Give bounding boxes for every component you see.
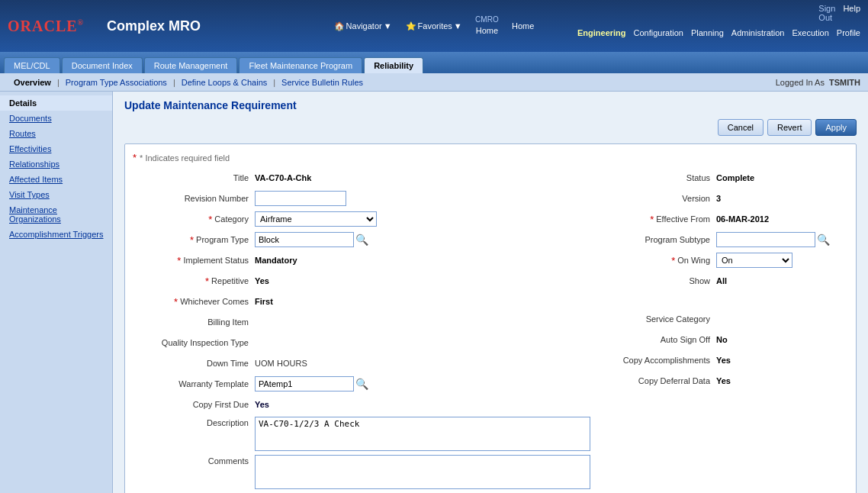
on-wing-label: * On Wing xyxy=(598,255,716,266)
warranty-template-search-button[interactable]: 🔍 xyxy=(355,378,368,390)
form-row-version: Version 3 xyxy=(598,190,844,207)
on-wing-select[interactable]: On xyxy=(716,253,792,268)
category-label: * Category xyxy=(137,214,255,225)
description-label: Description xyxy=(137,417,255,427)
subnav-overview[interactable]: Overview xyxy=(8,78,57,87)
sidebar-item-visit-types[interactable]: Visit Types xyxy=(0,187,112,202)
sidebar-item-relationships[interactable]: Relationships xyxy=(0,156,112,172)
revision-number-input[interactable] xyxy=(255,191,346,206)
tab-melcdl[interactable]: MEL/CDL xyxy=(4,57,60,73)
form-left-column: Title VA-C70-A-Chk Revision Number * Cat… xyxy=(133,169,594,493)
top-right-top-row: Sign Out Help xyxy=(818,0,860,26)
form-grid: Title VA-C70-A-Chk Revision Number * Cat… xyxy=(133,169,848,493)
version-value: 3 xyxy=(716,194,721,203)
revert-button-top[interactable]: Revert xyxy=(767,119,812,136)
top-navigation: 🏠 Navigator ▼ ⭐ Favorites ▼ CMRO Home Ho… xyxy=(330,15,539,37)
sidebar-item-routes[interactable]: Routes xyxy=(0,126,112,141)
navigator-button[interactable]: 🏠 Navigator ▼ xyxy=(330,19,397,34)
subnav-service-bulletin[interactable]: Service Bulletin Rules xyxy=(275,78,369,87)
subnav-define-loops[interactable]: Define Loops & Chains xyxy=(175,78,274,87)
required-note: * * Indicates required field xyxy=(133,152,848,163)
title-value: VA-C70-A-Chk xyxy=(255,173,311,182)
configuration-link[interactable]: Configuration xyxy=(634,28,683,37)
sidebar-item-details[interactable]: Details xyxy=(0,95,112,111)
implement-status-value: Mandatory xyxy=(255,256,297,265)
top-header: ORACLE® Complex MRO 🏠 Navigator ▼ ⭐ Favo… xyxy=(0,0,868,52)
home2-button[interactable]: Home xyxy=(507,19,538,33)
favorites-dropdown-icon: ▼ xyxy=(454,21,462,31)
show-label: Show xyxy=(598,276,716,285)
form-row-status: Status Complete xyxy=(598,169,844,186)
apply-button-top[interactable]: Apply xyxy=(815,119,857,136)
form-row-copy-first-due: Copy First Due Yes xyxy=(137,396,590,413)
oracle-logo: ORACLE® xyxy=(8,18,84,35)
content-area: Details Documents Routes Effectivities R… xyxy=(0,92,868,493)
billing-item-label: Billing Item xyxy=(137,317,255,327)
form-row-program-subtype: Program Subtype 🔍 xyxy=(598,231,844,248)
comments-textarea[interactable] xyxy=(255,455,590,489)
auto-sign-off-label: Auto Sign Off xyxy=(598,335,716,344)
top-right-bottom-row: Engineering Configuration Planning Admin… xyxy=(577,26,860,40)
program-subtype-input[interactable] xyxy=(716,232,815,247)
sidebar-item-documents[interactable]: Documents xyxy=(0,111,112,126)
engineering-link[interactable]: Engineering xyxy=(577,28,626,37)
down-time-label: Down Time xyxy=(137,359,255,368)
help-link[interactable]: Help xyxy=(843,4,860,22)
form-row-comments: Comments xyxy=(137,455,590,489)
sidebar-item-effectivities[interactable]: Effectivities xyxy=(0,141,112,156)
form-row-effective-from: * Effective From 06-MAR-2012 xyxy=(598,211,844,227)
program-subtype-search-button[interactable]: 🔍 xyxy=(817,234,830,246)
program-type-search-button[interactable]: 🔍 xyxy=(355,234,368,246)
form-row-category: * Category Airframe xyxy=(137,211,590,227)
tab-fleet-maintenance[interactable]: Fleet Maintenance Program xyxy=(239,57,362,73)
cancel-button-top[interactable]: Cancel xyxy=(718,119,764,136)
sign-out-link[interactable]: Sign Out xyxy=(818,4,835,22)
form-row-program-type: * Program Type 🔍 xyxy=(137,231,590,248)
auto-sign-off-value: No xyxy=(716,335,728,344)
sidebar-item-maintenance-org[interactable]: Maintenance Organizations xyxy=(0,202,112,227)
warranty-template-input[interactable] xyxy=(255,376,354,392)
tab-reliability[interactable]: Reliability xyxy=(364,57,423,73)
favorites-button[interactable]: ⭐ Favorites ▼ xyxy=(401,19,467,34)
copy-accomplishments-value: Yes xyxy=(716,356,731,365)
form-right-column: Status Complete Version 3 * Effective Fr… xyxy=(594,169,848,493)
cmro-home-button[interactable]: Home xyxy=(471,24,503,37)
form-section: * * Indicates required field Title VA-C7… xyxy=(124,143,857,493)
description-textarea[interactable]: VA-C70-1/2/3 A Check xyxy=(255,417,590,451)
copy-deferral-data-label: Copy Deferral Data xyxy=(598,376,716,385)
subnav-program-type[interactable]: Program Type Associations xyxy=(59,78,173,87)
main-content: Update Maintenance Requirement Cancel Re… xyxy=(113,92,868,493)
logged-in-user: TSMITH xyxy=(829,78,860,87)
form-row-auto-sign-off: Auto Sign Off No xyxy=(598,331,844,348)
down-time-uom: UOM xyxy=(255,359,275,368)
revision-label: Revision Number xyxy=(137,194,255,203)
planning-link[interactable]: Planning xyxy=(691,28,724,37)
version-label: Version xyxy=(598,194,716,203)
form-row-whichever-comes: * Whichever Comes First xyxy=(137,293,590,310)
title-label: Title xyxy=(137,173,255,182)
execution-link[interactable]: Execution xyxy=(792,28,829,37)
sub-navigation: Overview | Program Type Associations | D… xyxy=(0,73,868,92)
administration-link[interactable]: Administration xyxy=(731,28,785,37)
sidebar: Details Documents Routes Effectivities R… xyxy=(0,92,113,493)
tab-document-index[interactable]: Document Index xyxy=(62,57,143,73)
form-row-title: Title VA-C70-A-Chk xyxy=(137,169,590,186)
program-subtype-label: Program Subtype xyxy=(598,235,716,244)
app-title: Complex MRO xyxy=(107,18,201,34)
required-star: * xyxy=(133,152,137,163)
top-right-nav: Sign Out Help Engineering Configuration … xyxy=(577,0,860,40)
tab-route-management[interactable]: Route Management xyxy=(144,57,238,73)
repetitive-value: Yes xyxy=(255,276,269,285)
program-type-input[interactable] xyxy=(255,232,354,247)
oracle-wordmark: ORACLE® xyxy=(8,18,84,35)
category-select[interactable]: Airframe xyxy=(255,211,377,227)
page-title: Update Maintenance Requirement xyxy=(124,99,857,111)
whichever-comes-label: * Whichever Comes xyxy=(137,296,255,308)
sidebar-item-affected-items[interactable]: Affected Items xyxy=(0,172,112,187)
show-value: All xyxy=(716,276,727,285)
profile-link[interactable]: Profile xyxy=(837,28,860,37)
copy-accomplishments-label: Copy Accomplishments xyxy=(598,356,716,365)
form-row-service-category: Service Category xyxy=(598,311,844,327)
status-value: Complete xyxy=(716,173,754,182)
sidebar-item-accomplishment-triggers[interactable]: Accomplishment Triggers xyxy=(0,227,112,242)
